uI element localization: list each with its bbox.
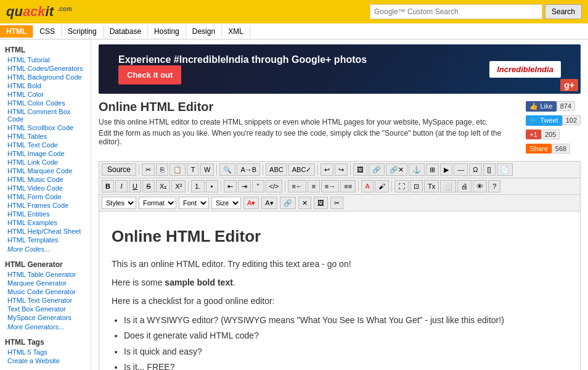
sidebar-gen-music[interactable]: Music Code Generator (0, 287, 91, 296)
tb-ul[interactable]: • (206, 180, 218, 192)
tb-hr[interactable]: — (454, 163, 468, 176)
tw-tweet-button[interactable]: 🐦 Tweet (526, 115, 561, 126)
sidebar-link-link[interactable]: HTML Link Code (0, 158, 91, 166)
tb-spellcheck2[interactable]: ABC✓ (288, 163, 316, 176)
tb-bold[interactable]: B (102, 180, 114, 192)
tb-paste-text[interactable]: T (187, 163, 199, 176)
sidebar-link-marquee[interactable]: HTML Marquee Code (0, 166, 91, 175)
tb-bg-color2[interactable]: A▾ (261, 197, 277, 209)
tb-iframe[interactable]: [] (483, 163, 496, 176)
sidebar-link-tutorial[interactable]: HTML Tutorial (0, 56, 91, 64)
tb-removeformat[interactable]: Tx (424, 180, 439, 192)
tb-img2[interactable]: 🖼 (314, 197, 328, 209)
sidebar-link-image[interactable]: HTML Image Code (0, 149, 91, 158)
tb-print[interactable]: 🖨 (457, 180, 472, 192)
tb-align-center[interactable]: ≡ (308, 180, 320, 192)
tb-flash[interactable]: ▶ (440, 163, 452, 176)
tb-unlink[interactable]: 🔗✕ (386, 163, 407, 176)
tb-superscript[interactable]: X² (171, 180, 186, 192)
share-btn[interactable]: Share 568 (526, 142, 581, 155)
tb-undo[interactable]: ↩ (321, 163, 333, 176)
tb-table[interactable]: ⊞ (426, 163, 439, 176)
tb-find[interactable]: 🔍 (219, 163, 235, 176)
tb-copy[interactable]: ⎘ (156, 163, 168, 176)
tb-selectall[interactable]: ⬜ (440, 180, 456, 192)
search-button[interactable]: Search (545, 4, 582, 19)
sidebar-link-bg[interactable]: HTML Background Code (0, 73, 91, 81)
fb-like[interactable]: 👍 Like 874 (526, 100, 581, 112)
editor-format-select[interactable]: Format (139, 197, 176, 209)
editor-font-select[interactable]: Font (179, 197, 209, 209)
tb-text-color[interactable]: A (361, 180, 374, 192)
tb-max[interactable]: ⛶ (394, 180, 409, 192)
sidebar-link-templates[interactable]: HTML Templates (0, 236, 91, 244)
nav-html[interactable]: HTML (0, 25, 33, 38)
tb-clean[interactable]: ✂ (330, 197, 343, 209)
nav-css[interactable]: CSS (33, 25, 62, 38)
sidebar-more-gen[interactable]: More Generators... (0, 322, 91, 332)
tb-underline[interactable]: U (129, 180, 141, 192)
nav-xml[interactable]: XML (222, 25, 250, 38)
gp-plus1-button[interactable]: +1 (526, 130, 541, 139)
sidebar-gen-textbox[interactable]: Text Box Generator (0, 305, 91, 313)
tb-showblocks[interactable]: ⊡ (410, 180, 423, 192)
tb-anchor[interactable]: ⚓ (409, 163, 425, 176)
nav-hosting[interactable]: Hosting (148, 25, 186, 38)
sidebar-link-video[interactable]: HTML Video Code (0, 184, 91, 192)
tb-link[interactable]: 🔗 (369, 163, 385, 176)
tb-div[interactable]: </> (266, 180, 283, 192)
sidebar-link-form[interactable]: HTML Form Code (0, 192, 91, 201)
sidebar-gen-myspace[interactable]: MySpace Generators (0, 313, 91, 322)
editor-styles-select[interactable]: Styles (102, 197, 136, 209)
tb-paste-word[interactable]: W (200, 163, 214, 176)
tb-indent[interactable]: ⇥ (238, 180, 251, 192)
tb-align-right[interactable]: ≡→ (321, 180, 339, 192)
tb-cut[interactable]: ✂ (142, 163, 155, 176)
nav-scripting[interactable]: Scripting (62, 25, 104, 38)
editor-source-button[interactable]: Source (102, 163, 136, 176)
sidebar-link-comment[interactable]: HTML Comment Box Code (0, 107, 91, 123)
sidebar-more-codes[interactable]: More Codes... (0, 244, 91, 254)
share-button[interactable]: Share (526, 144, 551, 154)
tb-bg-color[interactable]: 🖌 (375, 180, 389, 192)
sidebar-gen-text[interactable]: HTML Text Generator (0, 296, 91, 305)
sidebar-link-color-codes[interactable]: HTML Color Codes (0, 99, 91, 107)
tb-link2[interactable]: 🔗 (280, 197, 296, 209)
tb-spellcheck[interactable]: ABC (266, 163, 287, 176)
gp-plus1[interactable]: +1 205 (526, 128, 581, 141)
sidebar-gen-table[interactable]: HTML Table Generator (0, 270, 91, 279)
sidebar-link-tables[interactable]: HTML Tables (0, 132, 91, 141)
tb-outdent[interactable]: ⇤ (224, 180, 237, 192)
sidebar-link-frames[interactable]: HTML Frames Code (0, 201, 91, 210)
tb-align-left[interactable]: ≡← (288, 180, 306, 192)
sidebar-link-codes-gen[interactable]: HTML Codes/Generators (0, 64, 91, 73)
tb-strikethrough[interactable]: S (142, 180, 155, 192)
tb-subscript[interactable]: X₂ (156, 180, 170, 192)
sidebar-create-website[interactable]: Create a Website (0, 356, 91, 365)
tb-img[interactable]: 🖼 (353, 163, 367, 176)
sidebar-link-help[interactable]: HTML Help/Cheat Sheet (0, 227, 91, 236)
tb-replace[interactable]: A→B (237, 163, 260, 176)
tb-ol[interactable]: 1. (191, 180, 204, 192)
tb-help[interactable]: ? (488, 180, 500, 192)
sidebar-gen-marquee[interactable]: Marquee Generator (0, 279, 91, 287)
ad-check-button[interactable]: Check it out (118, 65, 181, 84)
sidebar-link-music[interactable]: HTML Music Code (0, 175, 91, 184)
ad-banner[interactable]: Experience #IncredibleIndia through Goog… (99, 44, 581, 94)
tw-tweet[interactable]: 🐦 Tweet 102 (526, 114, 581, 126)
editor-content[interactable]: Online HTML Editor This is an online HTM… (99, 212, 580, 370)
nav-database[interactable]: Database (104, 25, 148, 38)
nav-design[interactable]: Design (186, 25, 222, 38)
logo[interactable]: quackit .com (6, 4, 72, 20)
sidebar-link-bold[interactable]: HTML Bold (0, 81, 91, 90)
tb-preview[interactable]: 👁 (473, 180, 487, 192)
tb-unlink2[interactable]: ✕ (298, 197, 311, 209)
sidebar-link-entities[interactable]: HTML Entities (0, 210, 91, 218)
search-input[interactable] (370, 4, 542, 19)
tb-align-justify[interactable]: ≡≡ (340, 180, 356, 192)
tb-blockquote[interactable]: " (252, 180, 264, 192)
tb-redo[interactable]: ↪ (335, 163, 348, 176)
sidebar-link-examples[interactable]: HTML Examples (0, 218, 91, 227)
sidebar-html5-tags[interactable]: HTML 5 Tags (0, 348, 91, 356)
sidebar-link-color[interactable]: HTML Color (0, 90, 91, 99)
